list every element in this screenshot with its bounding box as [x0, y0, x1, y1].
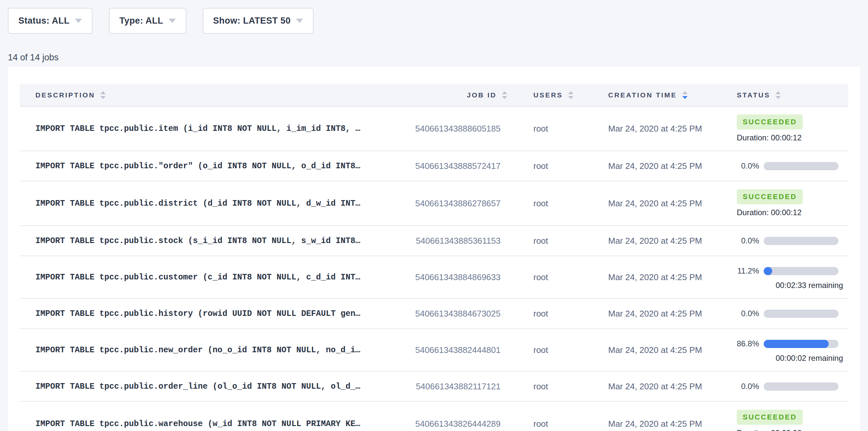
column-header-job-id[interactable]: JOB ID — [376, 84, 507, 106]
column-header-status[interactable]: STATUS — [724, 84, 848, 106]
progress-bar — [764, 237, 838, 245]
sort-asc-icon — [682, 91, 688, 94]
status-filter-dropdown[interactable]: Status: ALL — [8, 8, 93, 34]
job-status-cell: 0.0% — [724, 299, 848, 329]
progress-row: 0.0% — [737, 307, 848, 320]
table-row[interactable]: IMPORT TABLE tpcc.public.new_order (no_o… — [20, 329, 848, 371]
progress-bar — [764, 340, 838, 348]
job-status-cell: 0.0% — [724, 226, 848, 256]
sort-arrows-icon[interactable] — [568, 91, 574, 99]
status-badge: SUCCEEDED — [737, 189, 803, 204]
sort-arrows-icon[interactable] — [775, 91, 781, 99]
job-status-cell: SUCCEEDEDDuration: 00:00:08 — [724, 401, 848, 431]
jobs-table-card: DESCRIPTIONJOB IDUSERSCREATION TIMESTATU… — [8, 67, 860, 431]
table-row[interactable]: IMPORT TABLE tpcc.public.district (d_id … — [20, 181, 848, 226]
type-filter-label: Type: ALL — [119, 16, 163, 26]
column-header-label: DESCRIPTION — [35, 91, 95, 99]
job-id: 540661343826444289 — [376, 401, 507, 431]
time-remaining: 00:02:33 remaining — [737, 280, 843, 290]
chevron-down-icon — [168, 19, 176, 23]
table-row[interactable]: IMPORT TABLE tpcc.public.warehouse (w_id… — [20, 401, 848, 431]
job-user: root — [507, 151, 592, 181]
chevron-down-icon — [75, 19, 82, 23]
column-header-label: CREATION TIME — [608, 91, 677, 99]
sort-desc-icon — [682, 96, 688, 99]
sort-asc-icon — [100, 91, 105, 94]
sort-desc-icon — [100, 96, 105, 99]
jobs-page: Status: ALL Type: ALL Show: LATEST 50 14… — [0, 0, 868, 431]
job-creation-time: Mar 24, 2020 at 4:25 PM — [592, 329, 724, 371]
column-header-users[interactable]: USERS — [507, 84, 592, 106]
sort-arrows-icon[interactable] — [682, 91, 688, 99]
progress-percent: 0.0% — [737, 236, 764, 245]
job-description: IMPORT TABLE tpcc.public.warehouse (w_id… — [20, 401, 376, 431]
sort-arrows-icon[interactable] — [100, 91, 105, 99]
column-header-creation-time[interactable]: CREATION TIME — [592, 84, 724, 106]
type-filter-dropdown[interactable]: Type: ALL — [109, 8, 186, 34]
job-user: root — [507, 329, 592, 371]
job-status-cell: SUCCEEDEDDuration: 00:00:12 — [724, 181, 848, 226]
job-id: 540661343884673025 — [376, 299, 507, 329]
table-row[interactable]: IMPORT TABLE tpcc.public."order" (o_id I… — [20, 151, 848, 181]
table-row[interactable]: IMPORT TABLE tpcc.public.order_line (ol_… — [20, 371, 848, 401]
job-creation-time: Mar 24, 2020 at 4:25 PM — [592, 181, 724, 226]
job-creation-time: Mar 24, 2020 at 4:25 PM — [592, 401, 724, 431]
job-id: 540661343882117121 — [376, 371, 507, 401]
job-user: root — [507, 181, 592, 226]
progress-bar — [764, 382, 838, 391]
job-status-cell: 0.0% — [724, 371, 848, 401]
job-description: IMPORT TABLE tpcc.public.order_line (ol_… — [20, 371, 376, 401]
status-badge: SUCCEEDED — [737, 410, 803, 425]
column-header-description[interactable]: DESCRIPTION — [20, 84, 376, 106]
sort-desc-icon — [775, 96, 781, 99]
job-description: IMPORT TABLE tpcc.public.customer (c_id … — [20, 256, 376, 299]
job-status-cell: 0.0% — [724, 151, 848, 181]
progress-bar-fill — [764, 267, 772, 275]
job-status-cell: SUCCEEDEDDuration: 00:00:12 — [724, 106, 848, 151]
job-creation-time: Mar 24, 2020 at 4:25 PM — [592, 256, 724, 299]
progress-percent: 86.8% — [737, 339, 764, 348]
job-creation-time: Mar 24, 2020 at 4:25 PM — [592, 371, 724, 401]
job-description: IMPORT TABLE tpcc.public.item (i_id INT8… — [20, 106, 376, 151]
sort-desc-icon — [568, 96, 574, 99]
sort-arrows-icon[interactable] — [502, 91, 507, 99]
progress-bar-fill — [764, 340, 829, 348]
progress-row: 0.0% — [737, 379, 848, 393]
job-creation-time: Mar 24, 2020 at 4:25 PM — [592, 106, 724, 151]
progress-row: 0.0% — [737, 159, 848, 173]
sort-asc-icon — [568, 91, 574, 94]
job-id: 540661343888572417 — [376, 151, 507, 181]
progress-row: 11.2% — [737, 264, 848, 278]
job-id: 540661343886278657 — [376, 181, 507, 226]
table-row[interactable]: IMPORT TABLE tpcc.public.customer (c_id … — [20, 256, 848, 299]
progress-bar — [764, 162, 838, 170]
job-status-cell: 86.8%00:00:02 remaining — [724, 329, 848, 371]
table-row[interactable]: IMPORT TABLE tpcc.public.stock (s_i_id I… — [20, 226, 848, 256]
job-creation-time: Mar 24, 2020 at 4:25 PM — [592, 151, 724, 181]
progress-percent: 0.0% — [737, 309, 764, 318]
job-id: 540661343882444801 — [376, 329, 507, 371]
time-remaining: 00:00:02 remaining — [737, 353, 843, 363]
status-badge: SUCCEEDED — [737, 115, 803, 129]
job-duration: Duration: 00:00:12 — [737, 208, 848, 217]
job-user: root — [507, 226, 592, 256]
job-description: IMPORT TABLE tpcc.public.new_order (no_o… — [20, 329, 376, 371]
progress-row: 86.8% — [737, 337, 848, 351]
column-header-label: USERS — [533, 91, 563, 99]
job-description: IMPORT TABLE tpcc.public."order" (o_id I… — [20, 151, 376, 181]
table-row[interactable]: IMPORT TABLE tpcc.public.item (i_id INT8… — [20, 106, 848, 151]
show-filter-label: Show: LATEST 50 — [213, 16, 291, 26]
job-description: IMPORT TABLE tpcc.public.district (d_id … — [20, 181, 376, 226]
table-row[interactable]: IMPORT TABLE tpcc.public.history (rowid … — [20, 299, 848, 329]
job-id: 540661343888605185 — [376, 106, 507, 151]
jobs-table: DESCRIPTIONJOB IDUSERSCREATION TIMESTATU… — [20, 84, 848, 431]
job-description: IMPORT TABLE tpcc.public.stock (s_i_id I… — [20, 226, 376, 256]
progress-bar — [764, 267, 838, 275]
show-filter-dropdown[interactable]: Show: LATEST 50 — [203, 8, 314, 34]
job-user: root — [507, 401, 592, 431]
jobs-table-body: IMPORT TABLE tpcc.public.item (i_id INT8… — [20, 106, 848, 431]
table-header-row: DESCRIPTIONJOB IDUSERSCREATION TIMESTATU… — [20, 84, 848, 106]
jobs-count: 14 of 14 jobs — [8, 52, 860, 63]
column-header-label: STATUS — [737, 91, 770, 99]
chevron-down-icon — [296, 19, 303, 23]
